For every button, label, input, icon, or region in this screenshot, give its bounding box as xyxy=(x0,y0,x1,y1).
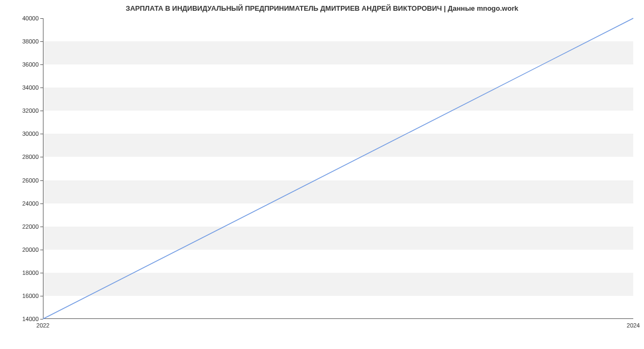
y-tick-label: 20000 xyxy=(0,246,39,253)
plot-area xyxy=(43,18,633,319)
y-tick xyxy=(40,319,43,319)
y-tick xyxy=(40,227,43,227)
y-tick-label: 34000 xyxy=(0,84,39,91)
y-tick-label: 22000 xyxy=(0,223,39,230)
y-tick xyxy=(40,88,43,88)
y-tick xyxy=(40,273,43,273)
y-tick-label: 38000 xyxy=(0,38,39,45)
y-tick-label: 14000 xyxy=(0,316,39,322)
y-tick xyxy=(40,18,43,19)
y-tick xyxy=(40,134,43,134)
y-tick xyxy=(40,157,43,157)
line-layer xyxy=(43,18,633,319)
y-tick xyxy=(40,250,43,250)
y-tick-label: 36000 xyxy=(0,61,39,68)
chart-title: ЗАРПЛАТА В ИНДИВИДУАЛЬНЫЙ ПРЕДПРИНИМАТЕЛ… xyxy=(0,4,644,12)
x-tick-label: 2022 xyxy=(36,322,49,329)
y-tick xyxy=(40,41,43,42)
chart-container: ЗАРПЛАТА В ИНДИВИДУАЛЬНЫЙ ПРЕДПРИНИМАТЕЛ… xyxy=(0,0,644,349)
y-tick-label: 18000 xyxy=(0,270,39,276)
y-tick-label: 40000 xyxy=(0,15,39,21)
y-tick-label: 26000 xyxy=(0,177,39,184)
y-tick xyxy=(40,64,43,65)
y-tick xyxy=(40,203,43,204)
y-tick-label: 24000 xyxy=(0,200,39,207)
plot-inner xyxy=(43,18,633,319)
y-tick-label: 16000 xyxy=(0,293,39,299)
y-tick xyxy=(40,111,43,111)
y-tick xyxy=(40,296,43,296)
y-tick-label: 32000 xyxy=(0,107,39,114)
x-tick-label: 2024 xyxy=(627,322,640,329)
y-tick-label: 28000 xyxy=(0,154,39,160)
data-line xyxy=(43,18,633,319)
y-tick-label: 30000 xyxy=(0,130,39,137)
y-tick xyxy=(40,180,43,181)
